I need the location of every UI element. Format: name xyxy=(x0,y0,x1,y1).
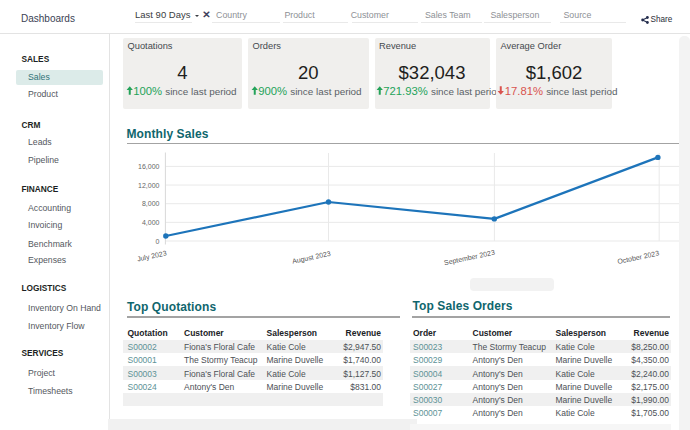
svg-text:12,000: 12,000 xyxy=(138,182,160,189)
svg-text:August 2023: August 2023 xyxy=(291,250,331,266)
svg-text:16,000: 16,000 xyxy=(138,163,160,170)
svg-text:September 2023: September 2023 xyxy=(443,249,495,268)
svg-text:0: 0 xyxy=(156,238,160,245)
svg-text:July 2023: July 2023 xyxy=(136,249,167,263)
svg-text:October 2023: October 2023 xyxy=(617,249,660,265)
svg-text:4,000: 4,000 xyxy=(142,219,160,226)
svg-text:8,000: 8,000 xyxy=(142,200,160,207)
